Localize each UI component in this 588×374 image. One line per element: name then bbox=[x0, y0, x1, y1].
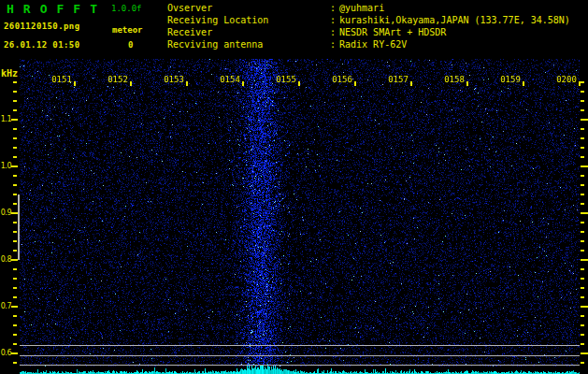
calibration-bar bbox=[18, 194, 20, 260]
freq-minor-tick-right bbox=[581, 343, 584, 345]
freq-minor-tick-left bbox=[13, 231, 17, 233]
freq-minor-tick-left bbox=[13, 100, 17, 102]
info-value: @yuhmari bbox=[339, 3, 384, 13]
freq-minor-tick-left bbox=[13, 268, 17, 270]
reference-line bbox=[20, 345, 580, 346]
freq-tick-label: 0.6 bbox=[0, 349, 11, 357]
freq-minor-tick-right bbox=[581, 306, 584, 308]
freq-minor-tick-right bbox=[581, 268, 584, 270]
freq-minor-tick-right bbox=[581, 287, 584, 289]
freq-minor-tick-left bbox=[13, 306, 17, 308]
freq-tick-label: 0.7 bbox=[0, 302, 11, 310]
freq-minor-tick-left bbox=[13, 109, 17, 111]
info-separator: : bbox=[330, 26, 339, 38]
freq-minor-tick-left bbox=[13, 119, 17, 121]
freq-axis-unit-label: kHz bbox=[1, 68, 18, 79]
time-tick-mark bbox=[186, 81, 188, 86]
time-tick-label: 0157 bbox=[384, 75, 412, 84]
time-tick-label: 0159 bbox=[496, 75, 524, 84]
meteor-count-value: 0 bbox=[128, 40, 133, 50]
info-label: Ovserver bbox=[167, 2, 330, 14]
freq-minor-tick-right bbox=[581, 315, 584, 317]
time-tick-mark bbox=[74, 81, 76, 86]
info-label: Recviving antenna bbox=[167, 38, 330, 50]
freq-minor-tick-right bbox=[581, 231, 584, 233]
freq-minor-tick-right bbox=[581, 128, 584, 130]
freq-minor-tick-left bbox=[13, 278, 17, 280]
freq-tick-label: 1.1 bbox=[0, 115, 11, 123]
time-tick-label: 0200 bbox=[552, 75, 581, 84]
freq-minor-tick-left bbox=[13, 212, 17, 214]
freq-minor-tick-right bbox=[581, 91, 584, 93]
freq-minor-tick-right bbox=[581, 147, 584, 149]
time-tick-label: 0151 bbox=[48, 75, 76, 84]
info-value: NESDR SMArt + HDSDR bbox=[339, 27, 446, 37]
freq-minor-tick-right bbox=[581, 119, 584, 121]
info-separator: : bbox=[330, 2, 339, 14]
freq-minor-tick-left bbox=[13, 175, 17, 177]
record-datetime: 26.01.12 01:50 bbox=[4, 40, 79, 50]
time-tick-mark bbox=[466, 81, 468, 86]
freq-minor-tick-right bbox=[581, 324, 584, 326]
info-separator: : bbox=[330, 14, 339, 26]
observer-info-block: Ovserver:@yuhmariReceiving Location:kura… bbox=[167, 2, 570, 50]
freq-minor-tick-right bbox=[581, 240, 584, 242]
app-logo: HROFFT bbox=[7, 2, 107, 16]
time-tick-label: 0155 bbox=[272, 75, 300, 84]
info-separator: : bbox=[330, 38, 339, 50]
freq-tick-label: 0.8 bbox=[0, 255, 11, 264]
info-line-0: Ovserver:@yuhmari bbox=[167, 2, 570, 14]
reference-line bbox=[20, 355, 580, 356]
hrofft-output-window: HROFFT 1.0.0f 2601120150.png 26.01.12 01… bbox=[0, 0, 588, 374]
time-tick-label: 0156 bbox=[328, 75, 356, 84]
freq-minor-tick-left bbox=[13, 137, 17, 139]
freq-tick-label: 1.0 bbox=[0, 162, 11, 170]
time-tick-mark bbox=[410, 81, 412, 86]
output-filename: 2601120150.png bbox=[4, 22, 79, 31]
app-version: 1.0.0f bbox=[111, 4, 142, 13]
freq-minor-tick-right bbox=[581, 156, 584, 158]
freq-minor-tick-right bbox=[581, 259, 584, 261]
freq-tick-label: 0.9 bbox=[0, 209, 11, 217]
info-line-3: Recviving antenna:Radix RY-62V bbox=[167, 38, 570, 50]
freq-minor-tick-right bbox=[581, 296, 584, 298]
freq-minor-tick-right bbox=[581, 184, 584, 186]
info-value: kurashiki,Okayama,JAPAN (133.77E, 34.58N… bbox=[339, 15, 570, 25]
time-tick-mark bbox=[523, 81, 524, 86]
freq-minor-tick-right bbox=[581, 212, 584, 214]
freq-minor-tick-left bbox=[13, 334, 17, 336]
freq-minor-tick-right bbox=[581, 165, 584, 167]
freq-minor-tick-right bbox=[581, 81, 584, 83]
freq-minor-tick-right bbox=[581, 278, 584, 280]
time-tick-mark bbox=[130, 81, 132, 86]
freq-minor-tick-left bbox=[13, 91, 17, 93]
freq-minor-tick-left bbox=[13, 250, 17, 252]
freq-minor-tick-right bbox=[581, 137, 584, 139]
info-label: Receiver bbox=[167, 26, 330, 38]
reference-line bbox=[20, 365, 580, 366]
freq-minor-tick-right bbox=[581, 109, 584, 111]
freq-minor-tick-left bbox=[13, 240, 17, 242]
info-label: Receiving Location bbox=[167, 14, 330, 26]
freq-minor-tick-left bbox=[13, 147, 17, 149]
freq-minor-tick-left bbox=[13, 324, 17, 326]
freq-minor-tick-right bbox=[581, 362, 584, 364]
freq-minor-tick-left bbox=[13, 165, 17, 167]
freq-minor-tick-left bbox=[13, 287, 17, 289]
time-tick-mark bbox=[242, 81, 244, 86]
time-tick-label: 0152 bbox=[104, 75, 132, 84]
freq-minor-tick-left bbox=[13, 315, 17, 317]
freq-minor-tick-left bbox=[13, 81, 17, 83]
time-tick-label: 0153 bbox=[160, 75, 188, 84]
time-tick-mark bbox=[354, 81, 356, 86]
freq-minor-tick-left bbox=[13, 156, 17, 158]
freq-minor-tick-left bbox=[13, 203, 17, 205]
freq-minor-tick-left bbox=[13, 128, 17, 130]
freq-minor-tick-right bbox=[581, 194, 584, 195]
spectrogram-canvas bbox=[20, 59, 580, 374]
freq-minor-tick-left bbox=[13, 352, 17, 354]
info-line-2: Receiver:NESDR SMArt + HDSDR bbox=[167, 26, 570, 38]
freq-minor-tick-right bbox=[581, 334, 584, 336]
freq-minor-tick-right bbox=[581, 100, 584, 102]
time-tick-label: 0158 bbox=[440, 75, 468, 84]
